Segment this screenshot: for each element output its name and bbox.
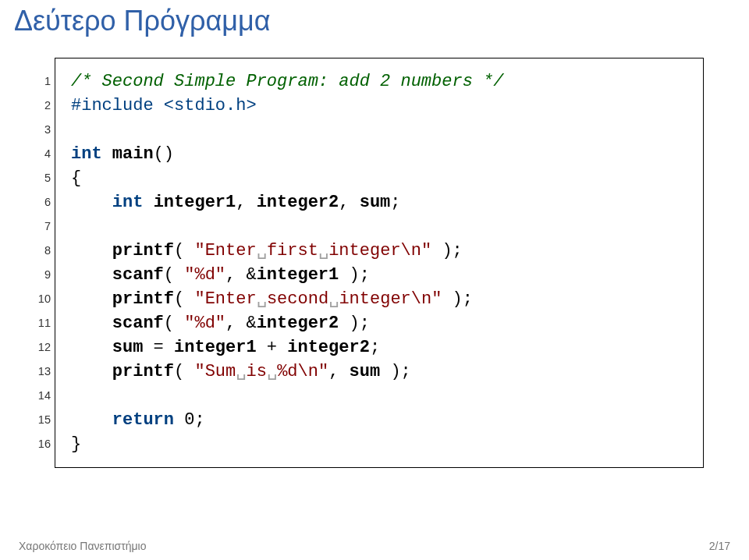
code-punct: );	[339, 265, 370, 285]
code-string: first	[267, 241, 318, 261]
code-keyword: return	[112, 410, 174, 430]
visible-space-icon: ␣	[257, 241, 267, 261]
lineno: 6	[27, 190, 51, 214]
code-ident: printf	[112, 241, 174, 261]
code-body: /* Second Simple Program: add 2 numbers …	[71, 69, 687, 456]
code-punct: , &	[225, 265, 257, 285]
code-punct: ,	[339, 193, 359, 212]
code-punct: ;	[370, 338, 380, 357]
footer-page-number: 2/17	[709, 540, 730, 552]
code-indent	[71, 193, 112, 212]
code-comment: /* Second Simple Program: add 2 numbers …	[71, 72, 504, 91]
code-ident: sum	[350, 362, 381, 381]
lineno: 10	[27, 287, 51, 311]
code-string: "Enter	[194, 241, 256, 261]
visible-space-icon: ␣	[236, 362, 246, 381]
lineno: 12	[27, 335, 51, 360]
code-ident: integer1	[154, 193, 236, 212]
code-punct: +	[257, 338, 288, 357]
code-punct: (	[164, 265, 184, 285]
visible-space-icon: ␣	[318, 241, 328, 261]
code-punct: ()	[154, 144, 174, 164]
slide-title: Δεύτερο Πρόγραμμα	[0, 0, 749, 51]
code-ident: integer2	[257, 193, 339, 212]
lineno: 5	[27, 166, 51, 190]
code-sp	[143, 193, 153, 212]
code-type: int	[112, 193, 144, 212]
code-string: is	[247, 362, 267, 381]
code-indent	[71, 314, 112, 333]
code-ident: sum	[360, 193, 391, 212]
lineno: 14	[27, 384, 51, 408]
code-preproc: <stdio.h>	[154, 96, 257, 115]
code-string: %d\n"	[277, 362, 328, 381]
code-brace: {	[71, 168, 81, 188]
code-punct: );	[431, 241, 463, 261]
code-indent	[71, 289, 112, 309]
code-punct: =	[143, 338, 174, 357]
code-brace: }	[71, 434, 81, 454]
code-ident: scanf	[112, 265, 164, 285]
code-preproc: #include	[71, 96, 154, 115]
code-punct: ;	[194, 410, 204, 430]
lineno: 13	[27, 360, 51, 384]
code-indent	[71, 338, 112, 357]
code-punct: );	[380, 362, 411, 381]
code-punct: , &	[225, 314, 257, 333]
code-indent	[71, 362, 112, 381]
code-ident: integer1	[257, 265, 339, 285]
code-listing: 1 2 3 4 5 6 7 8 9 10 11 12 13 14 15 16 /…	[55, 58, 704, 468]
visible-space-icon: ␣	[257, 289, 267, 309]
code-ident: integer1	[174, 338, 257, 357]
code-punct: (	[174, 362, 194, 381]
slide: Δεύτερο Πρόγραμμα 1 2 3 4 5 6 7 8 9 10 1…	[0, 0, 749, 560]
code-punct: ;	[390, 193, 400, 212]
code-ident: printf	[112, 289, 174, 309]
lineno: 9	[27, 263, 51, 287]
code-ident: integer2	[287, 338, 370, 357]
footer-university: Χαροκόπειο Πανεπιστήμιο	[19, 540, 146, 552]
code-punct: (	[164, 314, 184, 333]
code-punct: ,	[328, 362, 349, 381]
code-ident: integer2	[257, 314, 339, 333]
code-string: integer\n"	[339, 289, 442, 309]
lineno: 11	[27, 311, 51, 335]
code-punct: (	[174, 289, 194, 309]
code-number: 0	[184, 410, 194, 430]
lineno: 16	[27, 432, 51, 456]
lineno: 2	[27, 94, 51, 118]
code-string: "Sum	[194, 362, 236, 381]
code-sp	[102, 144, 112, 164]
code-indent	[71, 410, 112, 430]
lineno: 8	[27, 239, 51, 263]
code-ident: printf	[112, 362, 174, 381]
code-ident: main	[112, 144, 154, 164]
visible-space-icon: ␣	[267, 362, 277, 381]
code-string: second	[267, 289, 328, 309]
code-indent	[71, 241, 112, 261]
code-type: int	[71, 144, 102, 164]
lineno: 1	[27, 69, 51, 94]
lineno: 15	[27, 408, 51, 432]
visible-space-icon: ␣	[328, 289, 339, 309]
code-ident: scanf	[112, 314, 164, 333]
lineno: 7	[27, 214, 51, 239]
code-punct: ,	[236, 193, 256, 212]
code-indent	[71, 265, 112, 285]
code-string: "%d"	[184, 314, 225, 333]
code-ident: sum	[112, 338, 144, 357]
code-sp	[174, 410, 184, 430]
lineno: 3	[27, 118, 51, 142]
code-punct: );	[339, 314, 370, 333]
code-punct: (	[174, 241, 194, 261]
line-number-gutter: 1 2 3 4 5 6 7 8 9 10 11 12 13 14 15 16	[27, 69, 51, 456]
code-punct: );	[442, 289, 473, 309]
lineno: 4	[27, 142, 51, 166]
code-string: "%d"	[184, 265, 225, 285]
code-string: "Enter	[194, 289, 256, 309]
code-string: integer\n"	[328, 241, 431, 261]
